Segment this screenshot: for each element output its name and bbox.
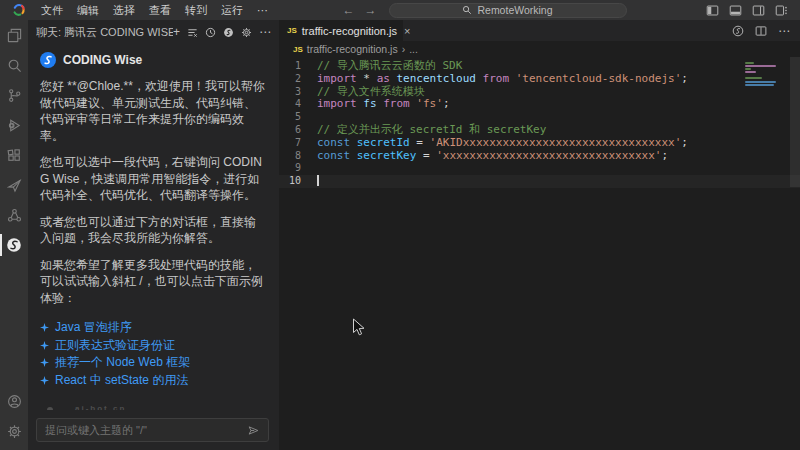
title-bar: 文件编辑选择查看转到运行⋯ ← → RemoteWorking: [0, 0, 800, 20]
line-number: 2: [279, 73, 301, 86]
code-editor[interactable]: 1// 导入腾讯云云函数的 SDK2import * as tencentclo…: [279, 57, 800, 188]
line-number: 6: [279, 124, 301, 137]
breadcrumb-file[interactable]: traffic-recognition.js: [307, 43, 398, 55]
settings-gear-icon[interactable]: [0, 416, 28, 446]
search-icon[interactable]: [0, 50, 28, 80]
run-debug-icon[interactable]: [0, 110, 28, 140]
menu-item[interactable]: 运行: [214, 3, 250, 18]
example-link[interactable]: 推荐一个 Node Web 框架: [40, 354, 267, 372]
code-line[interactable]: 10: [279, 175, 800, 188]
editor-scrollbar[interactable]: [790, 57, 800, 450]
code-lines: 1// 导入腾讯云云函数的 SDK2import * as tencentclo…: [279, 60, 800, 188]
split-editor-icon[interactable]: [755, 25, 767, 37]
line-number: 3: [279, 86, 301, 99]
chat-paragraphs: 您好 **@Chloe.**，欢迎使用！我可以帮你做代码建议、单元测试生成、代码…: [40, 78, 267, 306]
toggle-panel-icon[interactable]: [729, 4, 742, 17]
clear-list-icon[interactable]: [187, 27, 198, 38]
explorer-icon[interactable]: [0, 20, 28, 50]
history-forward-button[interactable]: →: [365, 0, 377, 20]
menu-bar: 文件编辑选择查看转到运行⋯: [34, 3, 275, 18]
settings-gear-icon[interactable]: [241, 27, 252, 38]
history-back-button[interactable]: ←: [343, 0, 355, 20]
example-link-label: Java 冒泡排序: [55, 319, 132, 336]
menu-item[interactable]: 文件: [34, 3, 70, 18]
activity-bar: [0, 20, 28, 450]
mouse-cursor: [352, 318, 365, 337]
toggle-secondary-sidebar-icon[interactable]: [752, 4, 765, 17]
example-link[interactable]: Java 冒泡排序: [40, 319, 267, 337]
editor-group: JS traffic-recognition.js × ⋯ JS traffic…: [279, 20, 800, 450]
coding-wise-icon[interactable]: [0, 230, 28, 260]
line-number: 7: [279, 137, 301, 150]
menu-item[interactable]: 编辑: [70, 3, 106, 18]
sparkle-icon: [40, 341, 49, 350]
menu-item[interactable]: 选择: [106, 3, 142, 18]
breadcrumb-more[interactable]: ...: [409, 43, 418, 55]
line-number: 4: [279, 98, 301, 111]
menu-item[interactable]: 转到: [178, 3, 214, 18]
sidebar-chat-panel: 聊天: 腾讯云 CODING WISE + ⋯: [28, 20, 279, 450]
code-line[interactable]: 4import fs from 'fs';: [279, 98, 800, 111]
tab-bar: JS traffic-recognition.js × ⋯: [279, 20, 800, 41]
send-icon[interactable]: [247, 424, 260, 437]
line-number: 9: [279, 162, 301, 175]
account-icon[interactable]: [0, 386, 28, 416]
breadcrumb[interactable]: JS traffic-recognition.js › ...: [279, 41, 800, 57]
example-link[interactable]: React 中 setState 的用法: [40, 372, 267, 390]
coding-app-logo-icon: [12, 3, 26, 17]
example-link-label: 正则表达式验证身份证: [55, 337, 175, 354]
watermark-url: ai-bot.cn: [75, 404, 140, 410]
deploy-rocket-icon[interactable]: [0, 170, 28, 200]
assistant-avatar: [40, 52, 56, 68]
js-file-icon: JS: [293, 45, 303, 54]
scrollbar-thumb[interactable]: [790, 57, 800, 187]
minimap[interactable]: [745, 62, 787, 93]
toggle-primary-sidebar-icon[interactable]: [706, 4, 719, 17]
code-line[interactable]: 8const secretKey = 'xxxxxxxxxxxxxxxxxxxx…: [279, 150, 800, 163]
assistant-name: CODING Wise: [63, 53, 142, 67]
tab-label: traffic-recognition.js: [302, 25, 397, 37]
js-file-icon: JS: [287, 26, 297, 35]
sparkle-icon: [40, 376, 49, 385]
menu-item[interactable]: ⋯: [250, 4, 275, 17]
sidebar-title: 聊天: 腾讯云 CODING WISE: [36, 25, 173, 40]
window-title: RemoteWorking: [477, 4, 552, 16]
search-icon: [462, 5, 472, 15]
text-caret: [317, 175, 319, 186]
chat-input-box[interactable]: [36, 418, 269, 442]
example-link-label: 推荐一个 Node Web 框架: [55, 354, 190, 371]
more-actions-icon[interactable]: ⋯: [778, 24, 790, 38]
example-links: Java 冒泡排序正则表达式验证身份证推荐一个 Node Web 框架React…: [40, 319, 267, 389]
more-actions-icon[interactable]: ⋯: [259, 26, 271, 38]
cluster-icon[interactable]: [0, 200, 28, 230]
chat-paragraph: 如果您希望了解更多我处理代码的技能，可以试试输入斜杠 /，也可以点击下面示例体验…: [40, 257, 267, 307]
sparkle-icon: [40, 323, 49, 332]
line-number: 5: [279, 111, 301, 124]
command-center-search[interactable]: RemoteWorking: [389, 3, 627, 18]
chat-paragraph: 您好 **@Chloe.**，欢迎使用！我可以帮你做代码建议、单元测试生成、代码…: [40, 78, 267, 144]
sidebar-header: 聊天: 腾讯云 CODING WISE + ⋯: [28, 20, 279, 44]
ai-bot-logo-icon: [40, 406, 68, 410]
code-line[interactable]: 9: [279, 162, 800, 175]
line-number: 8: [279, 150, 301, 163]
tab-traffic-recognition[interactable]: JS traffic-recognition.js ×: [279, 20, 403, 41]
line-number: 10: [279, 175, 301, 188]
chat-input[interactable]: [45, 424, 247, 436]
coding-wise-action-icon[interactable]: [732, 25, 744, 37]
sparkle-icon: [40, 358, 49, 367]
chat-paragraph: 您也可以选中一段代码，右键询问 CODING Wise，快速调用常用智能指令，进…: [40, 154, 267, 204]
menu-item[interactable]: 查看: [142, 3, 178, 18]
coding-wise-small-icon[interactable]: [223, 27, 234, 38]
line-number: 1: [279, 60, 301, 73]
customize-layout-icon[interactable]: [775, 4, 788, 17]
chat-paragraph: 或者您也可以通过下方的对话框，直接输入问题，我会尽我所能为你解答。: [40, 214, 267, 247]
example-link[interactable]: 正则表达式验证身份证: [40, 337, 267, 355]
history-icon[interactable]: [205, 27, 216, 38]
source-control-icon[interactable]: [0, 80, 28, 110]
extensions-icon[interactable]: [0, 140, 28, 170]
watermark: ai-bot.cn AI工具集: [40, 404, 267, 410]
chat-message-area: CODING Wise 您好 **@Chloe.**，欢迎使用！我可以帮你做代码…: [28, 46, 279, 410]
new-chat-icon[interactable]: +: [173, 26, 180, 38]
close-icon[interactable]: ×: [404, 25, 410, 37]
chevron-right-icon: ›: [402, 43, 406, 55]
